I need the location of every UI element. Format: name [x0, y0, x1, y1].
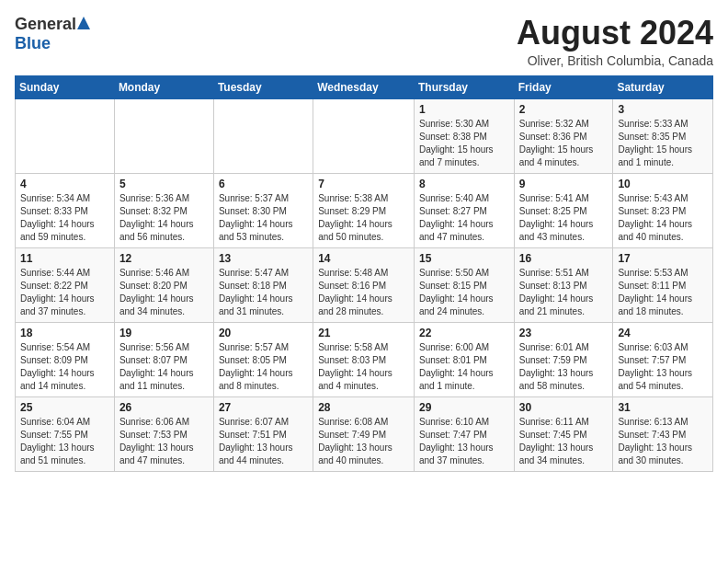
calendar-cell: 29Sunrise: 6:10 AMSunset: 7:47 PMDayligh… — [414, 396, 514, 471]
sunrise-text: Sunrise: 5:41 AM — [519, 193, 589, 203]
daylight-text: and 8 minutes. — [219, 381, 279, 391]
daylight-text: Daylight: 14 hours — [119, 219, 194, 229]
sunrise-text: Sunrise: 5:50 AM — [419, 268, 489, 278]
calendar-cell: 31Sunrise: 6:13 AMSunset: 7:43 PMDayligh… — [613, 396, 713, 471]
day-number: 6 — [219, 178, 308, 190]
week-row-2: 4Sunrise: 5:34 AMSunset: 8:33 PMDaylight… — [16, 173, 713, 247]
day-number: 12 — [119, 252, 209, 265]
day-info: Sunrise: 6:03 AMSunset: 7:57 PMDaylight:… — [618, 341, 708, 393]
daylight-text: Daylight: 15 hours — [519, 144, 594, 155]
calendar-cell: 22Sunrise: 6:00 AMSunset: 8:01 PMDayligh… — [414, 322, 514, 396]
sunrise-text: Sunrise: 6:10 AM — [419, 417, 489, 427]
day-number: 15 — [419, 252, 509, 265]
weekday-header-monday: Monday — [114, 75, 213, 98]
calendar-cell: 2Sunrise: 5:32 AMSunset: 8:36 PMDaylight… — [514, 98, 613, 173]
sunrise-text: Sunrise: 6:08 AM — [318, 417, 388, 427]
sunrise-text: Sunrise: 5:56 AM — [119, 342, 189, 352]
day-number: 26 — [119, 401, 209, 414]
weekday-header-tuesday: Tuesday — [213, 75, 313, 98]
daylight-text: Daylight: 15 hours — [419, 144, 494, 155]
calendar-cell: 13Sunrise: 5:47 AMSunset: 8:18 PMDayligh… — [213, 247, 313, 322]
calendar-cell: 23Sunrise: 6:01 AMSunset: 7:59 PMDayligh… — [514, 322, 613, 396]
calendar-cell: 16Sunrise: 5:51 AMSunset: 8:13 PMDayligh… — [514, 247, 613, 322]
calendar-cell: 1Sunrise: 5:30 AMSunset: 8:38 PMDaylight… — [414, 98, 514, 173]
daylight-text: Daylight: 14 hours — [219, 368, 293, 378]
sunset-text: Sunset: 7:57 PM — [618, 355, 686, 365]
day-number: 10 — [618, 178, 708, 190]
sunrise-text: Sunrise: 5:48 AM — [318, 268, 388, 278]
calendar-cell: 18Sunrise: 5:54 AMSunset: 8:09 PMDayligh… — [16, 322, 115, 396]
day-number: 21 — [318, 327, 409, 339]
daylight-text: and 31 minutes. — [219, 306, 284, 316]
sunrise-text: Sunrise: 6:00 AM — [419, 342, 489, 352]
calendar-cell — [313, 98, 415, 173]
sunset-text: Sunset: 8:01 PM — [419, 355, 487, 365]
day-info: Sunrise: 6:04 AMSunset: 7:55 PMDaylight:… — [20, 416, 109, 467]
month-year-title: August 2024 — [517, 15, 713, 52]
calendar-cell: 11Sunrise: 5:44 AMSunset: 8:22 PMDayligh… — [16, 247, 115, 322]
day-info: Sunrise: 5:58 AMSunset: 8:03 PMDaylight:… — [318, 341, 409, 393]
day-number: 18 — [20, 327, 109, 339]
day-info: Sunrise: 5:43 AMSunset: 8:23 PMDaylight:… — [618, 192, 708, 244]
daylight-text: and 47 minutes. — [119, 455, 185, 465]
daylight-text: Daylight: 14 hours — [20, 219, 95, 229]
sunrise-text: Sunrise: 5:51 AM — [519, 268, 589, 278]
calendar-cell: 14Sunrise: 5:48 AMSunset: 8:16 PMDayligh… — [313, 247, 415, 322]
daylight-text: and 40 minutes. — [318, 455, 383, 465]
sunrise-text: Sunrise: 5:53 AM — [618, 268, 688, 278]
logo-triangle-icon — [77, 17, 90, 33]
sunset-text: Sunset: 7:51 PM — [219, 430, 287, 440]
daylight-text: and 43 minutes. — [519, 232, 585, 242]
sunrise-text: Sunrise: 6:07 AM — [219, 417, 289, 427]
day-number: 19 — [119, 327, 209, 339]
sunset-text: Sunset: 7:49 PM — [318, 430, 386, 440]
sunset-text: Sunset: 8:15 PM — [419, 281, 487, 291]
daylight-text: and 1 minute. — [419, 381, 475, 391]
daylight-text: Daylight: 14 hours — [119, 293, 194, 304]
calendar-cell: 8Sunrise: 5:40 AMSunset: 8:27 PMDaylight… — [414, 173, 514, 247]
day-number: 30 — [519, 401, 609, 414]
daylight-text: and 11 minutes. — [119, 381, 185, 391]
daylight-text: and 51 minutes. — [20, 455, 85, 465]
daylight-text: Daylight: 14 hours — [318, 219, 392, 229]
calendar-cell: 12Sunrise: 5:46 AMSunset: 8:20 PMDayligh… — [114, 247, 213, 322]
day-number: 29 — [419, 401, 509, 414]
daylight-text: and 4 minutes. — [318, 381, 379, 391]
sunrise-text: Sunrise: 5:47 AM — [219, 268, 289, 278]
day-number: 22 — [419, 327, 509, 339]
day-info: Sunrise: 6:06 AMSunset: 7:53 PMDaylight:… — [119, 416, 209, 467]
daylight-text: Daylight: 13 hours — [119, 442, 194, 453]
day-info: Sunrise: 5:53 AMSunset: 8:11 PMDaylight:… — [618, 267, 708, 318]
weekday-header-row: SundayMondayTuesdayWednesdayThursdayFrid… — [16, 75, 713, 98]
day-info: Sunrise: 5:48 AMSunset: 8:16 PMDaylight:… — [318, 267, 409, 318]
calendar-cell: 27Sunrise: 6:07 AMSunset: 7:51 PMDayligh… — [213, 396, 313, 471]
sunset-text: Sunset: 8:29 PM — [318, 206, 386, 216]
day-number: 20 — [219, 327, 308, 339]
page-header: General Blue August 2024 Oliver, British… — [15, 15, 713, 68]
daylight-text: and 30 minutes. — [618, 455, 683, 465]
daylight-text: Daylight: 14 hours — [419, 219, 494, 229]
calendar-cell: 17Sunrise: 5:53 AMSunset: 8:11 PMDayligh… — [613, 247, 713, 322]
daylight-text: and 7 minutes. — [419, 157, 480, 167]
sunrise-text: Sunrise: 5:37 AM — [219, 193, 289, 203]
sunset-text: Sunset: 8:27 PM — [419, 206, 487, 216]
day-number: 13 — [219, 252, 308, 265]
daylight-text: and 58 minutes. — [519, 381, 585, 391]
daylight-text: Daylight: 14 hours — [20, 293, 95, 304]
daylight-text: and 4 minutes. — [519, 157, 580, 167]
daylight-text: and 40 minutes. — [618, 232, 683, 242]
day-info: Sunrise: 5:37 AMSunset: 8:30 PMDaylight:… — [219, 192, 308, 244]
logo-blue-text: Blue — [15, 34, 51, 52]
daylight-text: and 18 minutes. — [618, 306, 683, 316]
calendar-cell: 6Sunrise: 5:37 AMSunset: 8:30 PMDaylight… — [213, 173, 313, 247]
day-number: 28 — [318, 401, 409, 414]
sunrise-text: Sunrise: 5:38 AM — [318, 193, 388, 203]
calendar-cell: 24Sunrise: 6:03 AMSunset: 7:57 PMDayligh… — [613, 322, 713, 396]
week-row-4: 18Sunrise: 5:54 AMSunset: 8:09 PMDayligh… — [16, 322, 713, 396]
day-info: Sunrise: 5:36 AMSunset: 8:32 PMDaylight:… — [119, 192, 209, 244]
daylight-text: Daylight: 14 hours — [219, 219, 293, 229]
sunrise-text: Sunrise: 6:03 AM — [618, 342, 688, 352]
sunrise-text: Sunrise: 6:11 AM — [519, 417, 589, 427]
weekday-header-friday: Friday — [514, 75, 613, 98]
day-info: Sunrise: 5:50 AMSunset: 8:15 PMDaylight:… — [419, 267, 509, 318]
